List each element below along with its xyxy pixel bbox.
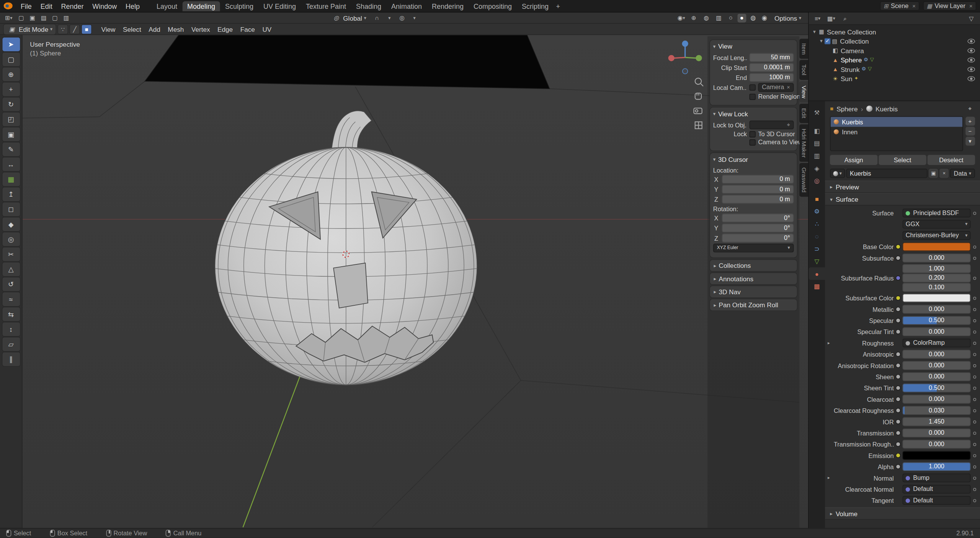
tool-extrude-region[interactable]: ↥ — [2, 187, 20, 201]
decorator-icon[interactable] — [973, 465, 976, 468]
field-alpha[interactable]: 1.000 — [903, 462, 971, 471]
viewport-menu-select[interactable]: Select — [119, 24, 145, 33]
transform-orientation-button[interactable]: ◎Global▾ — [328, 13, 369, 23]
clip-end-field[interactable]: 1000 m — [750, 73, 794, 82]
panel-3d-nav[interactable]: ▸3D Nav — [710, 286, 797, 297]
field-roughness[interactable]: ColorRamp — [903, 339, 971, 347]
field-clearcoat-normal[interactable]: Default — [903, 485, 971, 494]
decorator-icon[interactable] — [973, 212, 976, 215]
clip-start-field[interactable]: 0.0001 m — [750, 63, 794, 72]
surface-section-header[interactable]: ▾Surface — [825, 193, 980, 205]
tool-measure[interactable]: ↔ — [2, 157, 20, 171]
show-gizmo-button[interactable]: ⊕ — [689, 13, 699, 22]
shading-material-button[interactable]: ◍ — [749, 13, 758, 22]
viewport-header-icon-3[interactable]: ▤ — [39, 13, 49, 22]
view-lock-panel-header[interactable]: ▾View Lock — [713, 109, 794, 119]
focal-length-field[interactable]: 50 mm — [750, 53, 794, 62]
hide-in-viewport-icon[interactable] — [967, 76, 975, 81]
panel-annotations[interactable]: ▸Annotations — [710, 273, 797, 284]
outliner-display-mode-button[interactable]: ▦▾ — [826, 14, 836, 23]
decorator-icon[interactable] — [973, 443, 976, 446]
shading-wireframe-button[interactable]: ○ — [726, 13, 735, 22]
workspace-tab-shading[interactable]: Shading — [351, 1, 386, 11]
field-subsurface-color[interactable] — [903, 293, 971, 302]
expand-icon[interactable]: ▸ — [826, 475, 831, 480]
field-sheen[interactable]: 0.000 — [903, 372, 971, 381]
decorator-icon[interactable] — [973, 276, 976, 279]
tool-bevel[interactable]: ◆ — [2, 217, 20, 231]
workspace-tab-modeling[interactable]: Modeling — [182, 1, 220, 11]
viewport-menu-add[interactable]: Add — [145, 24, 164, 33]
field-normal[interactable]: Bump — [903, 474, 971, 483]
properties-tab-object-data[interactable]: ▽ — [809, 255, 825, 267]
sidebar-tab-hdri-maker[interactable]: Hdri Maker — [799, 124, 808, 162]
camera-to-view-checkbox[interactable] — [750, 139, 756, 145]
toggle-xray-button[interactable]: ▥ — [714, 13, 724, 22]
gizmo-z-axis[interactable] — [682, 41, 688, 47]
decorator-icon[interactable] — [973, 319, 976, 322]
field-tangent[interactable]: Default — [903, 496, 971, 505]
gizmo-x-axis[interactable] — [668, 55, 675, 61]
field-metallic[interactable]: 0.000 — [903, 305, 971, 314]
decorator-icon[interactable] — [973, 386, 976, 390]
volume-section-header[interactable]: ▸Volume — [825, 507, 980, 520]
tool-edge-slide[interactable]: ⇆ — [2, 307, 20, 321]
decorator-icon[interactable] — [973, 454, 976, 457]
lock-to-3d-cursor-checkbox[interactable] — [750, 131, 756, 137]
decorator-icon[interactable] — [973, 297, 976, 300]
outliner-row-collection[interactable]: ▼✓▤Collection — [811, 36, 977, 46]
decorator-icon[interactable] — [973, 256, 976, 259]
properties-tab-scene[interactable]: ◈ — [809, 162, 825, 174]
tool-cursor[interactable]: ⊕ — [2, 67, 20, 81]
browse-material-button[interactable]: ▾ — [830, 169, 845, 178]
outliner-row-sun[interactable]: ☀Sun✦ — [811, 74, 977, 83]
local-camera-checkbox[interactable] — [750, 84, 756, 90]
decorator-icon[interactable] — [973, 431, 976, 434]
material-data-dropdown[interactable]: Data▾ — [950, 169, 975, 178]
field-anisotropic[interactable]: 0.000 — [903, 350, 971, 359]
preview-section-header[interactable]: ▸Preview — [825, 181, 980, 193]
field-subsurface-radius-0[interactable]: 1.000 — [903, 264, 971, 273]
menu-file[interactable]: File — [16, 2, 36, 10]
decorator-icon[interactable] — [973, 245, 976, 248]
clear-camera-icon[interactable]: × — [787, 83, 790, 92]
sidebar-tab-view[interactable]: View — [799, 81, 808, 103]
tool-spin[interactable]: ↺ — [2, 277, 20, 291]
tool-loop-cut[interactable]: ◎ — [2, 232, 20, 246]
tool-rotate[interactable]: ↻ — [2, 98, 20, 111]
tool-annotate[interactable]: ✎ — [2, 142, 20, 156]
unlink-view-layer-icon[interactable]: × — [969, 3, 973, 9]
add-material-slot[interactable]: + — [965, 117, 975, 126]
decorator-icon[interactable] — [973, 476, 976, 479]
workspace-tab-rendering[interactable]: Rendering — [427, 1, 469, 11]
tool-rip-region[interactable]: ∥ — [2, 352, 20, 366]
face-select-button[interactable]: ■ — [82, 24, 91, 33]
properties-tab-object[interactable]: ■ — [809, 192, 825, 205]
material-slot-kuerbis[interactable]: Kuerbis — [831, 117, 962, 127]
sidebar-tab-item[interactable]: Item — [799, 39, 808, 59]
tool-knife[interactable]: ✂ — [2, 248, 20, 261]
field-ggx[interactable]: GGX▾ — [903, 220, 971, 229]
material-name-field[interactable]: Kuerbis — [846, 169, 928, 178]
field-specular[interactable]: 0.500 — [903, 316, 971, 325]
viewport-menu-face[interactable]: Face — [237, 24, 259, 33]
field-transmission-rough[interactable]: 0.000 — [903, 440, 971, 448]
cursor-rotation-z-field[interactable]: 0° — [722, 234, 794, 243]
snap-settings-button[interactable]: ▾ — [384, 13, 394, 22]
expand-icon[interactable]: ▸ — [826, 341, 831, 346]
hide-in-viewport-icon[interactable] — [967, 67, 975, 72]
decorator-icon[interactable] — [973, 353, 976, 356]
properties-tab-render[interactable]: ◧ — [809, 124, 825, 137]
mode-selector[interactable]: ▣Edit Mode▾ — [4, 24, 56, 34]
eyedropper-icon[interactable]: ⌖ — [787, 121, 790, 129]
cursor-rotation-y-field[interactable]: 0° — [722, 223, 794, 232]
field-anisotropic-rotation[interactable]: 0.000 — [903, 361, 971, 370]
decorator-icon[interactable] — [973, 487, 976, 491]
decorator-icon[interactable] — [973, 308, 976, 311]
workspace-tab-uv-editing[interactable]: UV Editing — [258, 1, 301, 11]
viewport-header-icon-5[interactable]: ▥ — [61, 13, 71, 22]
outliner-row-camera[interactable]: ◧Camera — [811, 46, 977, 55]
select-button[interactable]: Select — [879, 155, 926, 165]
workspace-tab-sculpting[interactable]: Sculpting — [220, 1, 258, 11]
pin-id-icon[interactable]: ⌖ — [965, 104, 975, 113]
